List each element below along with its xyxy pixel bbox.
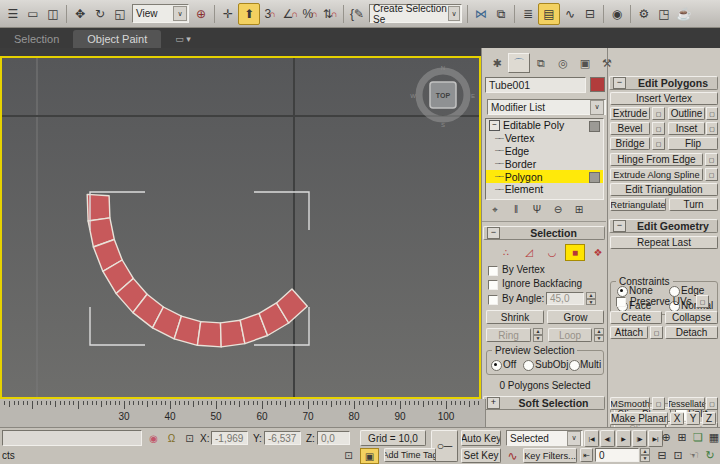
make-unique-icon[interactable]: Ψ (529, 202, 545, 217)
y-coord-field[interactable]: -6,537 (264, 431, 301, 445)
set-key-button[interactable]: Set Key (461, 448, 501, 463)
object-color-swatch[interactable] (590, 77, 605, 92)
loop-button[interactable]: Loop (548, 328, 592, 342)
compass-east[interactable]: E (471, 93, 475, 99)
object-name-field[interactable]: Tube001 (485, 77, 586, 93)
show-end-result-icon[interactable]: ‖ (508, 202, 524, 217)
polygon-mode-icon[interactable]: ■ (565, 244, 585, 261)
align-icon[interactable]: ⧉ (491, 4, 511, 24)
maxscript-mini-listener[interactable] (2, 430, 142, 446)
zoom-extents-all-icon[interactable]: ▦ (706, 429, 720, 445)
planar-y-button[interactable]: Y (686, 412, 700, 425)
isolate-selection-icon[interactable]: ◉ (146, 430, 161, 446)
edit-geometry-rollout-header[interactable]: −Edit Geometry (609, 219, 718, 233)
make-planar-button[interactable]: Make Planar (610, 412, 668, 425)
zoom-icon[interactable]: ⊕ (658, 429, 674, 445)
collapse-icon[interactable]: − (613, 220, 626, 232)
pin-stack-icon[interactable]: ⌖ (487, 202, 503, 217)
selection-rollout-header[interactable]: −Selection (483, 226, 605, 240)
detach-button[interactable]: Detach (665, 326, 718, 339)
edit-named-selection-sets-icon[interactable]: {✎ (347, 4, 367, 24)
msmooth-button[interactable]: MSmooth (610, 397, 650, 410)
inset-settings-icon[interactable]: ▢ (706, 122, 718, 135)
auto-key-button[interactable]: Auto Key (461, 430, 501, 446)
edit-triangulation-button[interactable]: Edit Triangulation (610, 183, 718, 196)
grow-button[interactable]: Grow (547, 310, 604, 324)
tab-utilities-icon[interactable]: ⚒ (596, 53, 618, 73)
default-tangents-icon[interactable]: ∿ (504, 448, 521, 463)
modifier-socket[interactable] (589, 121, 600, 132)
selection-set-dropdown[interactable]: Selected∨ (506, 430, 583, 446)
select-and-scale-icon[interactable]: ◱ (110, 4, 130, 24)
preview-off-radio[interactable] (491, 360, 502, 371)
render-production-icon[interactable]: ☕ (674, 4, 694, 24)
edit-polygons-rollout-header[interactable]: −Edit Polygons (609, 76, 718, 90)
planar-z-button[interactable]: Z (702, 412, 716, 425)
ignore-backfacing-checkbox[interactable] (488, 280, 498, 290)
stack-item-polygon[interactable]: Polygon (486, 170, 603, 183)
schematic-view-icon[interactable]: ⊟ (580, 4, 600, 24)
preview-multi-radio[interactable] (569, 360, 580, 371)
snap-3d-icon[interactable]: 3∩ (260, 4, 280, 24)
rendered-frame-icon[interactable]: ◳ (654, 4, 674, 24)
extrude-along-spline-button[interactable]: Extrude Along Spline (610, 168, 703, 181)
adaptive-degradation-icon[interactable]: ▣ (360, 448, 379, 464)
retriangulate-button[interactable]: Retriangulate (610, 198, 666, 211)
border-mode-icon[interactable]: ◡ (542, 244, 562, 261)
named-selection-sets-dropdown[interactable]: Create Selection Se∨ (369, 4, 462, 23)
select-and-rotate-icon[interactable]: ↻ (90, 4, 110, 24)
next-frame-icon[interactable]: |▶ (632, 430, 647, 447)
tab-selection[interactable]: Selection (0, 30, 73, 48)
hinge-settings-icon[interactable]: ▢ (705, 153, 718, 166)
preserve-uvs-settings-icon[interactable]: ▢ (696, 295, 709, 308)
collapse-button[interactable]: Collapse (665, 311, 718, 324)
stack-item-vertex[interactable]: Vertex (486, 132, 603, 145)
preview-subobj-radio[interactable] (523, 360, 534, 371)
tab-hierarchy-icon[interactable]: ⧉ (530, 53, 552, 73)
tab-modify-icon[interactable]: ⌒ (508, 53, 530, 73)
zoom-region-icon[interactable]: ⊡ (670, 447, 686, 463)
viewcube-top-label[interactable]: TOP (436, 92, 451, 99)
bridge-button[interactable]: Bridge (610, 137, 650, 150)
inset-button[interactable]: Inset (668, 122, 705, 135)
shrink-button[interactable]: Shrink (486, 310, 544, 324)
by-angle-spinner[interactable]: ▲▼ (586, 292, 596, 305)
attach-settings-icon[interactable]: ▢ (650, 326, 663, 339)
x-coord-field[interactable]: -1,969 (211, 431, 248, 445)
progressive-display-icon[interactable]: ⊡ (340, 448, 357, 462)
bevel-button[interactable]: Bevel (610, 122, 650, 135)
graphite-ribbon-icon[interactable]: ▤ (538, 3, 560, 25)
tube-polygon-segment[interactable] (197, 322, 221, 347)
layer-manager-icon[interactable]: ≣ (518, 4, 538, 24)
collapse-icon[interactable]: − (487, 227, 500, 239)
z-coord-field[interactable]: 0,0 (317, 431, 350, 445)
select-and-manipulate-icon[interactable]: ✛ (218, 4, 238, 24)
keyboard-override-icon[interactable]: ⬆ (238, 3, 260, 25)
chevron-down-icon[interactable]: ∨ (590, 100, 604, 115)
collapse-icon[interactable]: − (613, 77, 626, 89)
modifier-stack[interactable]: −Editable PolyVertexEdgeBorderPolygonEle… (485, 118, 604, 200)
select-by-name-icon[interactable]: ☰ (3, 4, 23, 24)
viewcube[interactable]: TOP N S W E (410, 65, 475, 128)
tab-motion-icon[interactable]: ◎ (552, 53, 574, 73)
play-icon[interactable]: ▶ (616, 430, 631, 447)
stack-item-border[interactable]: Border (486, 157, 603, 170)
viewport-top[interactable]: TOP N S W E (0, 56, 481, 399)
soft-selection-rollout-header[interactable]: +Soft Selection (483, 396, 605, 410)
chevron-down-icon[interactable]: ∨ (448, 6, 460, 21)
pan-icon[interactable]: ☜ (686, 447, 702, 463)
remove-modifier-icon[interactable]: ⊖ (550, 202, 566, 217)
preserve-uvs-checkbox[interactable] (616, 297, 626, 307)
viewport-layout-icon[interactable]: ⊟ (654, 447, 670, 463)
extrude-along-spline-settings-icon[interactable]: ▢ (705, 168, 718, 181)
compass-north[interactable]: N (441, 65, 445, 71)
stack-item-element[interactable]: Element (486, 183, 603, 196)
material-editor-icon[interactable]: ◉ (607, 4, 627, 24)
msmooth-settings-icon[interactable]: ▢ (652, 397, 665, 410)
render-setup-icon[interactable]: ⚙ (634, 4, 654, 24)
loop-spinner[interactable]: ▲▼ (594, 328, 604, 342)
insert-vertex-button[interactable]: Insert Vertex (610, 92, 718, 105)
stack-item-editable-poly[interactable]: −Editable Poly (486, 119, 603, 132)
percent-snap-icon[interactable]: %∩ (300, 4, 320, 24)
spinner-snap-icon[interactable]: ⇅∩ (320, 4, 340, 24)
